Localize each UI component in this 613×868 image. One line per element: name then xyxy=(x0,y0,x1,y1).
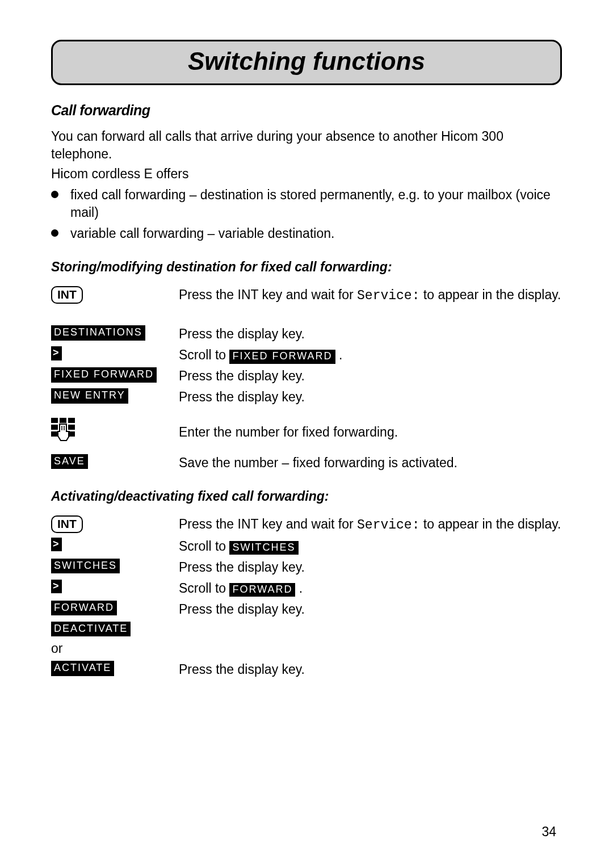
page-number: 34 xyxy=(541,824,556,840)
destinations-key: DESTINATIONS xyxy=(51,325,145,341)
switches-key: SWITCHES xyxy=(51,559,120,574)
int-key-icon: INT xyxy=(51,286,83,304)
step-text: Scroll to FIXED FORWARD . xyxy=(179,346,562,364)
svg-rect-1 xyxy=(60,418,66,423)
text-fragment: to appear in the display. xyxy=(419,287,561,302)
text-fragment: Scroll to xyxy=(179,539,229,553)
step-text: Press the display key. xyxy=(179,388,562,406)
activate-key: ACTIVATE xyxy=(51,661,114,676)
text-fragment: to appear in the display. xyxy=(419,517,561,531)
text-fragment: . xyxy=(335,347,343,362)
save-key: SAVE xyxy=(51,454,88,469)
deactivate-key: DEACTIVATE xyxy=(51,622,131,637)
text-fragment: Press the INT key and wait for xyxy=(179,517,357,531)
text-fragment: . xyxy=(295,581,303,596)
intro-text-1: You can forward all calls that arrive du… xyxy=(51,128,562,163)
scroll-arrow-icon: > xyxy=(51,580,62,594)
int-key-icon: INT xyxy=(51,515,83,533)
step-text: Scroll to FORWARD . xyxy=(179,580,562,597)
service-text: Service: xyxy=(357,288,419,303)
steps-storing: INT Press the INT key and wait for Servi… xyxy=(51,286,562,471)
inline-key-label: FIXED FORWARD xyxy=(229,350,335,364)
subheading-activating: Activating/deactivating fixed call forwa… xyxy=(51,489,562,504)
service-text: Service: xyxy=(357,518,419,532)
svg-rect-0 xyxy=(51,418,58,423)
forward-key: FORWARD xyxy=(51,601,117,616)
bullet-list: fixed call forwarding – destination is s… xyxy=(51,186,562,242)
step-text: Save the number – fixed forwarding is ac… xyxy=(179,454,562,472)
intro-text-2: Hicom cordless E offers xyxy=(51,165,562,183)
text-fragment: Press the INT key and wait for xyxy=(179,287,357,302)
steps-activating: INT Press the INT key and wait for Servi… xyxy=(51,515,562,679)
subheading-storing: Storing/modifying destination for fixed … xyxy=(51,259,562,275)
inline-key-label: FORWARD xyxy=(229,583,295,597)
new-entry-key: NEW ENTRY xyxy=(51,388,128,404)
bullet-item: variable call forwarding – variable dest… xyxy=(51,225,562,242)
step-text: Enter the number for fixed forwarding. xyxy=(179,418,562,441)
page-content: Switching functions Call forwarding You … xyxy=(0,0,613,716)
step-text: Press the display key. xyxy=(179,367,562,385)
step-text: Press the INT key and wait for Service: … xyxy=(179,286,562,305)
step-text: Press the display key. xyxy=(179,325,562,343)
keypad-icon xyxy=(51,418,179,443)
step-text: Scroll to SWITCHES xyxy=(179,538,562,555)
svg-rect-5 xyxy=(51,431,58,437)
page-title: Switching functions xyxy=(53,47,560,76)
section-heading: Call forwarding xyxy=(51,102,562,119)
text-fragment: Scroll to xyxy=(179,347,229,362)
step-text: Press the INT key and wait for Service: … xyxy=(179,515,562,534)
or-text: or xyxy=(51,640,179,657)
svg-rect-2 xyxy=(68,418,75,423)
fixed-forward-key: FIXED FORWARD xyxy=(51,367,157,383)
step-text: Press the display key. xyxy=(179,661,562,678)
scroll-arrow-icon: > xyxy=(51,346,62,360)
title-box: Switching functions xyxy=(51,40,562,85)
text-fragment: Scroll to xyxy=(179,581,229,596)
svg-rect-3 xyxy=(51,425,58,430)
step-text: Press the display key. xyxy=(179,601,562,618)
bullet-item: fixed call forwarding – destination is s… xyxy=(51,186,562,221)
inline-key-label: SWITCHES xyxy=(229,541,298,555)
scroll-arrow-icon: > xyxy=(51,538,62,552)
svg-rect-4 xyxy=(68,425,75,430)
step-text: Press the display key. xyxy=(179,559,562,576)
